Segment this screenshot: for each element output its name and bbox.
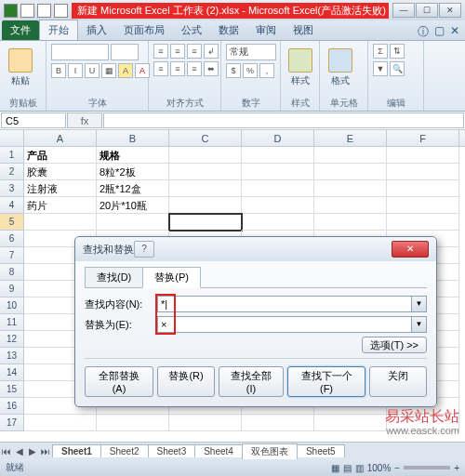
tab-review[interactable]: 审阅 — [247, 20, 285, 40]
cell[interactable]: 胶囊 — [24, 164, 97, 180]
cell[interactable]: 药片 — [24, 197, 97, 214]
cell[interactable] — [169, 415, 242, 431]
fill-down-button[interactable]: ▼ — [373, 61, 388, 76]
align-tl[interactable]: ≡ — [153, 44, 168, 59]
formula-input[interactable] — [103, 112, 464, 128]
currency-button[interactable]: $ — [226, 63, 241, 78]
dialog-tab-find[interactable]: 查找(D) — [85, 267, 143, 288]
tab-nav-first[interactable]: ⏮ — [0, 446, 13, 456]
cell[interactable] — [169, 164, 242, 180]
row-header[interactable]: 12 — [0, 331, 24, 348]
cell[interactable] — [314, 180, 387, 197]
name-box[interactable]: C5 — [1, 112, 66, 128]
tab-nav-last[interactable]: ⏭ — [39, 446, 52, 456]
close-button[interactable]: ✕ — [439, 3, 461, 18]
tab-home[interactable]: 开始 — [39, 20, 78, 40]
find-input[interactable]: *| — [157, 296, 412, 312]
font-combo[interactable] — [51, 44, 109, 60]
row-header[interactable]: 1 — [0, 147, 24, 164]
row-header[interactable]: 11 — [0, 314, 24, 331]
cell[interactable] — [314, 147, 387, 164]
col-D[interactable]: D — [242, 130, 314, 146]
minimize-button[interactable]: — — [392, 3, 415, 18]
dialog-help-button[interactable]: ? — [134, 241, 154, 258]
tab-formula[interactable]: 公式 — [173, 20, 210, 40]
cell[interactable]: 规格 — [97, 147, 169, 164]
cell[interactable] — [314, 214, 387, 231]
col-C[interactable]: C — [169, 130, 242, 146]
comma-button[interactable]: , — [259, 63, 274, 78]
row-header[interactable]: 6 — [0, 231, 24, 247]
align-bc[interactable]: ≡ — [170, 61, 185, 76]
view-normal-icon[interactable]: ▦ — [331, 463, 339, 473]
cell[interactable]: 8粒*2板 — [97, 164, 169, 180]
italic-button[interactable]: I — [68, 63, 83, 78]
dialog-tab-replace[interactable]: 替换(P) — [142, 267, 201, 288]
cell[interactable] — [97, 214, 169, 231]
align-bl[interactable]: ≡ — [153, 61, 168, 76]
underline-button[interactable]: U — [85, 63, 100, 78]
cell[interactable] — [242, 197, 314, 214]
replace-dropdown[interactable]: ▼ — [412, 316, 427, 333]
cell[interactable]: 产品 — [24, 147, 97, 164]
cell[interactable] — [169, 197, 242, 214]
row-header[interactable]: 9 — [0, 281, 24, 298]
wrap-button[interactable]: ↲ — [204, 44, 219, 59]
col-B[interactable]: B — [97, 130, 169, 146]
cell[interactable]: 20片*10瓶 — [97, 197, 169, 214]
maximize-button[interactable]: ☐ — [416, 3, 438, 18]
row-header[interactable]: 14 — [0, 364, 24, 381]
zoom-level[interactable]: 100% — [367, 463, 392, 473]
cell[interactable]: 注射液 — [24, 180, 97, 197]
sheet-tab[interactable]: 双色图表 — [242, 443, 298, 459]
cell[interactable] — [387, 214, 459, 231]
redo-icon[interactable] — [54, 4, 68, 18]
row-header[interactable]: 15 — [0, 381, 24, 398]
row-header[interactable]: 16 — [0, 398, 24, 415]
fontcolor-button[interactable]: A — [135, 63, 150, 78]
row-header[interactable]: 13 — [0, 348, 24, 364]
number-format[interactable]: 常规 — [226, 44, 276, 60]
save-icon[interactable] — [20, 4, 34, 18]
undo-icon[interactable] — [37, 4, 51, 18]
cell[interactable]: 2瓶*12盒 — [97, 180, 169, 197]
row-header[interactable]: 3 — [0, 180, 24, 197]
sheet-tab[interactable]: Sheet2 — [100, 444, 149, 457]
tab-layout[interactable]: 页面布局 — [115, 20, 173, 40]
ribbon-help[interactable]: ⓘ▢✕ — [418, 24, 459, 40]
zoom-in[interactable]: + — [454, 463, 459, 473]
cell[interactable] — [242, 180, 314, 197]
replace-button[interactable]: 替换(R) — [157, 366, 215, 397]
dialog-close-button[interactable]: ✕ — [392, 241, 429, 258]
find-button[interactable]: 🔍 — [390, 61, 405, 76]
tab-nav-prev[interactable]: ◀ — [13, 446, 26, 456]
autosum-button[interactable]: Σ — [373, 44, 388, 59]
col-F[interactable]: F — [387, 130, 459, 146]
tab-data[interactable]: 数据 — [210, 20, 247, 40]
format-button[interactable]: 格式 — [325, 44, 356, 92]
row-header[interactable]: 8 — [0, 264, 24, 281]
row-header[interactable]: 10 — [0, 298, 24, 314]
cell[interactable] — [387, 197, 459, 214]
cell[interactable] — [387, 180, 459, 197]
row-header[interactable]: 7 — [0, 247, 24, 264]
paste-button[interactable]: 粘贴 — [5, 44, 36, 92]
merge-button[interactable]: ⬌ — [204, 61, 219, 76]
cell[interactable] — [242, 164, 314, 180]
cell[interactable] — [242, 214, 314, 231]
size-combo[interactable] — [111, 44, 139, 60]
cell[interactable] — [314, 164, 387, 180]
cell[interactable] — [169, 214, 242, 231]
align-br[interactable]: ≡ — [187, 61, 202, 76]
zoom-slider[interactable] — [404, 466, 450, 469]
cell[interactable] — [387, 147, 459, 164]
fill-button[interactable]: A — [118, 63, 133, 78]
row-header[interactable]: 5 — [0, 214, 24, 231]
zoom-out[interactable]: − — [394, 463, 400, 473]
options-button[interactable]: 选项(T) >> — [362, 337, 427, 353]
col-E[interactable]: E — [314, 130, 387, 146]
cell[interactable] — [242, 415, 314, 431]
replace-input[interactable]: × — [157, 316, 412, 333]
tab-insert[interactable]: 插入 — [78, 20, 115, 40]
sheet-tab[interactable]: Sheet1 — [52, 444, 101, 457]
